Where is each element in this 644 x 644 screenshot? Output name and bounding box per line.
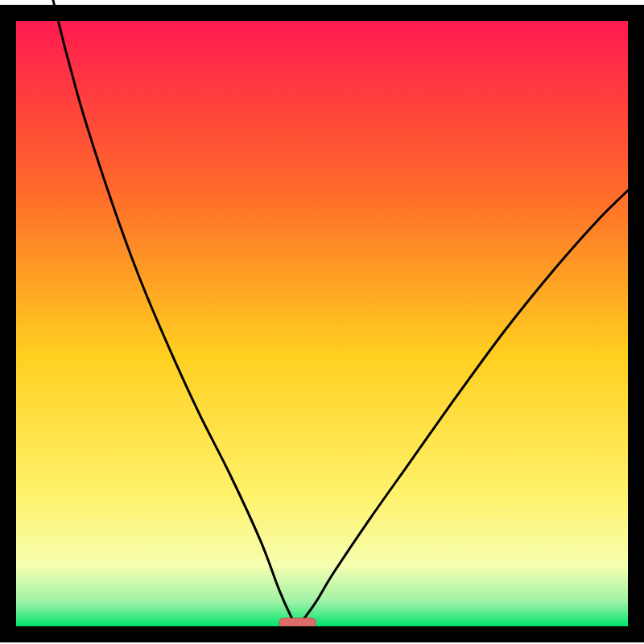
plot-area [16,0,628,628]
chart-container: TheBottleneck.com [0,0,644,644]
bottleneck-chart [0,0,644,644]
gradient-background [16,21,628,626]
